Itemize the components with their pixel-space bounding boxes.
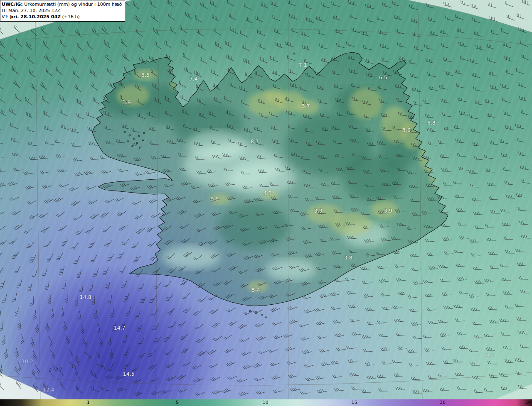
title-line-model: UWC/IG: Úrkomumætti (mm) og vindur i 100… [2,1,122,7]
valid-time-offset: (+16 h) [62,14,80,20]
init-time: IT: Mán. 27. 10. 2025 12Z [2,7,122,14]
title-box: UWC/IG: Úrkomumætti (mm) og vindur i 100… [0,0,125,22]
colorbar-tick: 10 [263,400,268,406]
value-label: 7.4 [190,76,198,82]
value-label: 3.8 [344,255,352,261]
value-label: 3.9 [123,100,131,105]
value-label: 10.2 [22,359,33,364]
value-label: 8.1 [251,139,259,144]
map-title: Úrkomumætti (mm) og vindur i 100m hæð [24,2,122,7]
colorbar-ticks: 1510153050 [0,399,532,406]
valid-time: þri. 28.10.2025 04Z [10,14,61,20]
value-label: 5.4 [252,287,260,293]
valid-time-prefix: VT: [2,14,9,20]
value-labels-layer: 6.57.47.16.53.93.76.83.68.14.35.53.33.93… [0,0,532,399]
colorbar: 1510153050 [0,399,532,406]
value-label: 14.8 [80,294,91,300]
value-label: 7.1 [299,62,307,68]
value-label: 3.3 [314,208,323,214]
value-label: 14.7 [114,325,126,331]
value-label: 5.5 [211,196,219,202]
value-label: 12.4 [43,387,54,393]
value-label: 6.5 [379,75,387,81]
value-label: 6.5 [141,72,150,78]
value-label: 3.7 [302,103,310,109]
weather-map-viewport: 6.57.47.16.53.93.76.83.68.14.35.53.33.93… [0,0,532,406]
value-label: 8.1 [486,353,495,359]
value-label: 4.3 [264,191,272,196]
colorbar-tick: 50 [525,400,531,406]
value-label: 3.6 [402,127,411,133]
valid-time-line: VT: þri. 28.10.2025 04Z (+16 h) [2,14,122,20]
model-label: UWC/IG: [2,2,23,7]
colorbar-tick: 15 [351,400,357,406]
value-label: 6.8 [427,120,436,126]
colorbar-tick: 5 [176,400,179,406]
colorbar-tick: 30 [440,400,446,406]
colorbar-tick: 1 [87,400,90,406]
value-label: 14.5 [123,371,135,377]
value-label: 3.9 [384,208,392,214]
